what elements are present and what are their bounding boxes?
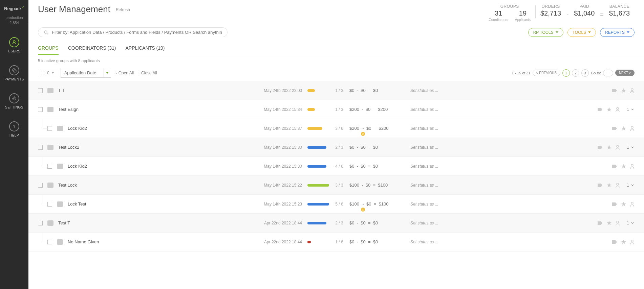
person-icon[interactable] — [630, 164, 635, 169]
row-money: $200 - $0 = $200 — [349, 107, 410, 112]
tabs: GROUPS COORDINATORS (31) APPLICANTS (19) — [28, 41, 644, 55]
project-label[interactable]: production 2,854 — [5, 15, 23, 25]
table-row[interactable]: Test Lock May 14th 2022 15:22 3 / 3 $100… — [28, 176, 644, 195]
table-row-child[interactable]: No Name Given Apr 22nd 2022 18:44 1 / 6 … — [28, 233, 644, 251]
select-all[interactable]: 0 — [38, 69, 57, 77]
table-row-child[interactable]: Lock Test May 14th 2022 15:23 5 / 6 $100… — [28, 195, 644, 214]
status-dropdown[interactable]: Set status as ... — [410, 183, 458, 188]
search-input[interactable] — [52, 30, 222, 35]
chat-icon[interactable] — [57, 201, 63, 207]
table-row-child[interactable]: Lock Kid2 May 14th 2022 15:37 3 / 6 $200… — [28, 119, 644, 138]
nav-users[interactable]: USERS — [8, 37, 21, 53]
tag-icon[interactable] — [612, 126, 618, 131]
page-2[interactable]: 2 — [572, 69, 579, 77]
tag-icon[interactable] — [612, 164, 618, 169]
chat-icon[interactable] — [57, 164, 63, 169]
search-box[interactable] — [38, 27, 228, 37]
rp-tools-button[interactable]: RP TOOLS — [528, 28, 563, 37]
sort-dropdown[interactable]: Application Date — [61, 68, 104, 78]
expand-toggle[interactable]: 1 — [627, 145, 635, 150]
table-row[interactable]: Test T Apr 22nd 2022 18:44 2 / 3 $0 - $0… — [28, 214, 644, 233]
nav-payments[interactable]: PAYMENTS — [4, 65, 24, 81]
logo[interactable]: Regpack✓ — [4, 3, 24, 15]
row-checkbox[interactable] — [47, 164, 52, 169]
page-1[interactable]: 1 — [562, 69, 570, 77]
close-all-link[interactable]: Close All — [137, 71, 157, 75]
tools-button[interactable]: TOOLS — [567, 28, 596, 37]
status-dropdown[interactable]: Set status as ... — [410, 107, 458, 112]
chat-icon[interactable] — [47, 220, 53, 226]
table-row[interactable]: Test Lock2 May 14th 2022 15:30 2 / 3 $0 … — [28, 138, 644, 157]
chat-icon[interactable] — [57, 239, 63, 245]
sort-direction[interactable] — [104, 68, 111, 78]
reports-button[interactable]: REPORTS — [600, 28, 635, 37]
table-row[interactable]: T T May 24th 2022 22:00 1 / 3 $0 - $0 = … — [28, 81, 644, 100]
chat-icon[interactable] — [47, 183, 53, 188]
tag-icon[interactable] — [598, 221, 603, 225]
tag-icon[interactable] — [598, 183, 603, 188]
prev-button[interactable]: < PREVIOUS — [533, 70, 560, 76]
chat-icon[interactable] — [47, 145, 53, 150]
star-icon[interactable] — [621, 164, 626, 169]
open-all-link[interactable]: Open All — [114, 71, 134, 75]
expand-toggle[interactable]: 1 — [627, 220, 635, 225]
person-icon[interactable] — [630, 201, 635, 207]
nav-settings[interactable]: SETTINGS — [5, 93, 23, 109]
tag-icon[interactable] — [612, 88, 618, 93]
page-range: 1 - 15 of 31 — [512, 71, 531, 75]
table-row-child[interactable]: Lock Kid2 May 14th 2022 15:30 4 / 6 $0 -… — [28, 157, 644, 176]
row-checkbox[interactable] — [38, 221, 43, 225]
tab-applicants[interactable]: APPLICANTS (19) — [126, 43, 165, 55]
row-checkbox[interactable] — [38, 145, 43, 150]
person-icon[interactable] — [615, 183, 620, 188]
page-3[interactable]: 3 — [581, 69, 589, 77]
tag-icon[interactable] — [612, 240, 618, 244]
next-button[interactable]: NEXT > — [615, 70, 635, 76]
status-dropdown[interactable]: Set status as ... — [410, 221, 458, 225]
progress-bar — [302, 146, 329, 149]
person-icon[interactable] — [615, 145, 620, 150]
stat-balance: BALANCE $1,673 — [604, 4, 635, 17]
row-checkbox[interactable] — [47, 202, 52, 207]
chat-icon[interactable] — [47, 88, 53, 93]
star-icon[interactable] — [621, 201, 626, 207]
row-checkbox[interactable] — [47, 126, 52, 131]
tag-icon[interactable] — [612, 202, 618, 207]
tab-groups[interactable]: GROUPS — [38, 43, 59, 55]
star-icon[interactable] — [621, 126, 626, 131]
tab-coordinators[interactable]: COORDINATORS (31) — [68, 43, 116, 55]
refresh-link[interactable]: Refresh — [116, 7, 130, 12]
star-icon[interactable] — [606, 220, 612, 226]
row-checkbox[interactable] — [38, 183, 43, 188]
person-icon[interactable] — [615, 220, 620, 226]
star-icon[interactable] — [621, 239, 626, 245]
row-checkbox[interactable] — [38, 88, 43, 93]
row-checkbox[interactable] — [47, 240, 52, 244]
person-icon[interactable] — [630, 126, 635, 131]
star-icon[interactable] — [606, 107, 612, 112]
chat-icon[interactable] — [57, 126, 63, 131]
expand-toggle[interactable]: 1 — [627, 107, 635, 112]
status-dropdown[interactable]: Set status as ... — [410, 145, 458, 150]
person-icon[interactable] — [630, 88, 635, 93]
goto-input[interactable] — [603, 70, 613, 76]
star-icon[interactable] — [621, 88, 626, 93]
expand-toggle[interactable]: 1 — [627, 183, 635, 188]
nav-help[interactable]: HELP — [9, 121, 19, 137]
row-money: $100 - $0 = $100 — [349, 183, 410, 188]
person-icon[interactable] — [630, 239, 635, 245]
row-checkbox[interactable] — [38, 107, 43, 112]
chat-icon[interactable] — [47, 107, 53, 112]
status-dropdown[interactable]: Set status as ... — [410, 88, 458, 93]
status-dropdown[interactable]: Set status as ... — [410, 240, 458, 244]
tag-icon[interactable] — [598, 145, 603, 150]
status-dropdown[interactable]: Set status as ... — [410, 164, 458, 169]
table-row[interactable]: Test Esign May 14th 2022 15:34 1 / 3 $20… — [28, 100, 644, 119]
star-icon[interactable] — [606, 183, 612, 188]
tag-icon[interactable] — [598, 107, 603, 112]
star-icon[interactable] — [606, 145, 612, 150]
svg-point-0 — [13, 41, 15, 43]
person-icon[interactable] — [615, 107, 620, 112]
status-dropdown[interactable]: Set status as ... — [410, 126, 458, 131]
status-dropdown[interactable]: Set status as ... — [410, 202, 458, 207]
